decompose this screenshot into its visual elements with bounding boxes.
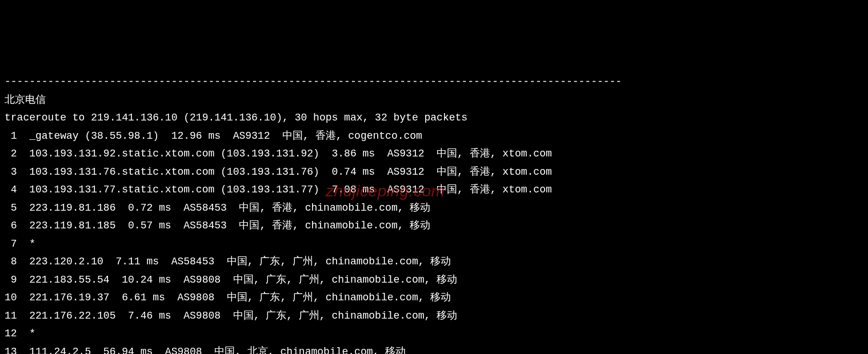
hop-row: 5 223.119.81.186 0.72 ms AS58453 中国, 香港,… bbox=[5, 202, 430, 214]
hop-number: 13 bbox=[5, 343, 17, 355]
hop-detail: 111.24.2.5 56.94 ms AS9808 中国, 北京, china… bbox=[29, 346, 406, 355]
hop-number: 11 bbox=[5, 307, 17, 325]
hop-number: 5 bbox=[5, 199, 17, 218]
hop-number: 1 bbox=[5, 127, 17, 146]
hop-row: 9 221.183.55.54 10.24 ms AS9808 中国, 广东, … bbox=[5, 274, 457, 285]
hop-detail: 223.120.2.10 7.11 ms AS58453 中国, 广东, 广州,… bbox=[29, 256, 451, 267]
hop-detail: 223.119.81.186 0.72 ms AS58453 中国, 香港, c… bbox=[29, 202, 430, 214]
hop-row: 8 223.120.2.10 7.11 ms AS58453 中国, 广东, 广… bbox=[5, 256, 451, 267]
hop-detail: _gateway (38.55.98.1) 12.96 ms AS9312 中国… bbox=[29, 130, 422, 142]
hop-row: 11 221.176.22.105 7.46 ms AS9808 中国, 广东,… bbox=[5, 310, 457, 321]
hop-detail: 103.193.131.76.static.xtom.com (103.193.… bbox=[29, 166, 552, 178]
hop-row: 3 103.193.131.76.static.xtom.com (103.19… bbox=[5, 166, 552, 178]
hop-detail: 221.183.55.54 10.24 ms AS9808 中国, 广东, 广州… bbox=[29, 274, 457, 285]
terminal-output: ----------------------------------------… bbox=[0, 72, 868, 354]
hop-row: 10 221.176.19.37 6.61 ms AS9808 中国, 广东, … bbox=[5, 292, 451, 303]
hop-number: 3 bbox=[5, 163, 17, 182]
hop-number: 2 bbox=[5, 145, 17, 163]
hop-detail: 221.176.22.105 7.46 ms AS9808 中国, 广东, 广州… bbox=[29, 310, 457, 321]
hop-row: 2 103.193.131.92.static.xtom.com (103.19… bbox=[5, 148, 552, 159]
hop-detail: 223.119.81.185 0.57 ms AS58453 中国, 香港, c… bbox=[29, 220, 430, 231]
hop-row: 13 111.24.2.5 56.94 ms AS9808 中国, 北京, ch… bbox=[5, 346, 406, 355]
hop-number: 10 bbox=[5, 289, 17, 307]
hop-number: 12 bbox=[5, 325, 17, 343]
hop-row: 6 223.119.81.185 0.57 ms AS58453 中国, 香港,… bbox=[5, 220, 430, 231]
hop-number: 6 bbox=[5, 217, 17, 235]
hop-row: 7 * bbox=[5, 238, 35, 250]
hop-detail: 221.176.19.37 6.61 ms AS9808 中国, 广东, 广州,… bbox=[29, 292, 451, 303]
trace-header: traceroute to 219.141.136.10 (219.141.13… bbox=[5, 112, 467, 123]
hop-number: 8 bbox=[5, 253, 17, 271]
trace-title: 北京电信 bbox=[5, 94, 46, 106]
hop-detail: * bbox=[29, 238, 35, 250]
hop-detail: 103.193.131.92.static.xtom.com (103.193.… bbox=[29, 148, 552, 159]
hop-row: 4 103.193.131.77.static.xtom.com (103.19… bbox=[5, 184, 552, 195]
hop-detail: 103.193.131.77.static.xtom.com (103.193.… bbox=[29, 184, 552, 195]
separator-line: ----------------------------------------… bbox=[5, 76, 622, 87]
hop-number: 7 bbox=[5, 235, 17, 254]
hop-row: 1 _gateway (38.55.98.1) 12.96 ms AS9312 … bbox=[5, 130, 422, 142]
hop-detail: * bbox=[29, 328, 35, 339]
hop-row: 12 * bbox=[5, 328, 35, 339]
hop-number: 9 bbox=[5, 271, 17, 289]
hop-number: 4 bbox=[5, 181, 17, 199]
